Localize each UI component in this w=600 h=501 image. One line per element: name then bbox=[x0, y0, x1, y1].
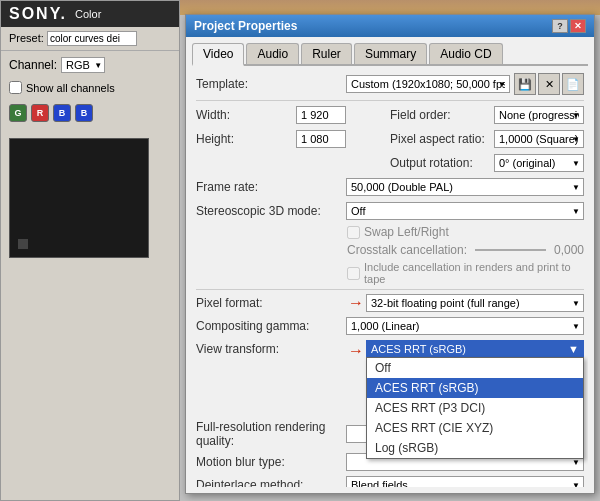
pixelasp-col: Pixel aspect ratio: 1,0000 (Square) bbox=[390, 130, 584, 148]
vt-item-aces-srgb[interactable]: ACES RRT (sRGB) bbox=[367, 378, 583, 398]
field-order-select-wrapper[interactable]: None (progressive scan) bbox=[494, 106, 584, 124]
channel-row: Channel: RGB bbox=[1, 51, 179, 79]
view-transform-arrow-icon: ▼ bbox=[568, 343, 579, 355]
titlebar-controls: ? ✕ bbox=[552, 19, 586, 33]
deinterlace-select[interactable]: Blend fields bbox=[346, 476, 584, 487]
tab-bar: Video Audio Ruler Summary Audio CD bbox=[192, 43, 588, 66]
red-icon[interactable]: R bbox=[31, 104, 49, 122]
output-rotation-select[interactable]: 0° (original) bbox=[494, 154, 584, 172]
fieldorder-col: Field order: None (progressive scan) bbox=[390, 106, 584, 124]
color-tab-label: Color bbox=[75, 8, 101, 20]
template-export-icon[interactable]: 📄 bbox=[562, 73, 584, 95]
swap-label: Swap Left/Right bbox=[364, 225, 449, 239]
output-rotation-left bbox=[196, 154, 390, 172]
template-select-wrapper[interactable]: Custom (1920x1080; 50,000 fps) bbox=[346, 75, 510, 93]
pixel-format-select[interactable]: 32-bit floating point (full range) bbox=[366, 294, 584, 312]
crosstalk-slider[interactable] bbox=[475, 249, 546, 251]
tab-video[interactable]: Video bbox=[192, 43, 244, 66]
frame-rate-row: Frame rate: 50,000 (Double PAL) bbox=[192, 175, 588, 199]
pixel-format-row: Pixel format: → 32-bit floating point (f… bbox=[192, 292, 588, 314]
channel-label: Channel: bbox=[9, 58, 57, 72]
output-rotation-row: Output rotation: 0° (original) bbox=[192, 151, 588, 175]
height-label: Height: bbox=[196, 132, 296, 146]
blue2-icon[interactable]: B bbox=[75, 104, 93, 122]
pixel-format-select-wrapper[interactable]: 32-bit floating point (full range) bbox=[366, 294, 584, 312]
channel-select[interactable]: RGB bbox=[61, 57, 105, 73]
deinterlace-select-wrapper[interactable]: Blend fields bbox=[346, 476, 584, 487]
width-col: Width: bbox=[196, 106, 390, 124]
output-rotation-label: Output rotation: bbox=[390, 156, 490, 170]
view-transform-row: View transform: → ACES RRT (sRGB) ▼ Off … bbox=[192, 338, 588, 362]
divider-2 bbox=[196, 289, 584, 290]
vt-item-aces-xyz[interactable]: ACES RRT (CIE XYZ) bbox=[367, 418, 583, 438]
crosstalk-label: Crosstalk cancellation: bbox=[347, 243, 467, 257]
crosstalk-row: Crosstalk cancellation: 0,000 bbox=[192, 241, 588, 259]
pixel-aspect-select-wrapper[interactable]: 1,0000 (Square) bbox=[494, 130, 584, 148]
view-transform-label: View transform: bbox=[196, 340, 346, 356]
template-save-icon[interactable]: 💾 bbox=[514, 73, 536, 95]
field-order-select[interactable]: None (progressive scan) bbox=[494, 106, 584, 124]
view-transform-arrow: → bbox=[348, 340, 364, 360]
swap-checkbox[interactable] bbox=[347, 226, 360, 239]
sony-header: SONY. Color bbox=[1, 1, 179, 27]
divider-1 bbox=[196, 100, 584, 101]
include-label: Include cancellation in renders and prin… bbox=[364, 261, 584, 285]
tab-audio[interactable]: Audio bbox=[246, 43, 299, 64]
show-all-label: Show all channels bbox=[26, 82, 115, 94]
blue-icon[interactable]: B bbox=[53, 104, 71, 122]
width-fieldorder-row: Width: Field order: None (progressive sc… bbox=[192, 103, 588, 127]
template-delete-icon[interactable]: ✕ bbox=[538, 73, 560, 95]
tab-audiocd[interactable]: Audio CD bbox=[429, 43, 502, 64]
height-pixelasp-row: Height: Pixel aspect ratio: 1,0000 (Squa… bbox=[192, 127, 588, 151]
compositing-gamma-label: Compositing gamma: bbox=[196, 319, 346, 333]
show-all-checkbox[interactable] bbox=[9, 81, 22, 94]
motion-blur-label: Motion blur type: bbox=[196, 455, 346, 469]
frame-rate-label: Frame rate: bbox=[196, 180, 346, 194]
stereo-row: Stereoscopic 3D mode: Off bbox=[192, 199, 588, 223]
stereo-select-wrapper[interactable]: Off bbox=[346, 202, 584, 220]
tab-summary[interactable]: Summary bbox=[354, 43, 427, 64]
bg-image-top bbox=[180, 0, 600, 15]
tab-ruler[interactable]: Ruler bbox=[301, 43, 352, 64]
pixel-aspect-label: Pixel aspect ratio: bbox=[390, 132, 490, 146]
close-button[interactable]: ✕ bbox=[570, 19, 586, 33]
dialog-titlebar: Project Properties ? ✕ bbox=[186, 15, 594, 37]
view-transform-dropdown: Off ACES RRT (sRGB) ACES RRT (P3 DCI) AC… bbox=[366, 357, 584, 459]
rendering-quality-label: Full-resolution rendering quality: bbox=[196, 420, 346, 448]
compositing-gamma-select-wrapper[interactable]: 1,000 (Linear) bbox=[346, 317, 584, 335]
include-row: Include cancellation in renders and prin… bbox=[192, 259, 588, 287]
dialog-content: Video Audio Ruler Summary Audio CD Templ… bbox=[186, 37, 594, 493]
view-transform-value: ACES RRT (sRGB) bbox=[371, 343, 466, 355]
compositing-gamma-select[interactable]: 1,000 (Linear) bbox=[346, 317, 584, 335]
sony-logo: SONY. bbox=[9, 5, 67, 23]
vt-item-log[interactable]: Log (sRGB) bbox=[367, 438, 583, 458]
height-input[interactable] bbox=[296, 130, 346, 148]
width-label: Width: bbox=[196, 108, 296, 122]
channel-select-wrapper[interactable]: RGB bbox=[61, 57, 105, 73]
width-input[interactable] bbox=[296, 106, 346, 124]
preset-input[interactable] bbox=[47, 31, 137, 46]
dialog-title: Project Properties bbox=[194, 19, 297, 33]
output-rotation-select-wrapper[interactable]: 0° (original) bbox=[494, 154, 584, 172]
view-transform-selected[interactable]: ACES RRT (sRGB) ▼ bbox=[366, 340, 584, 357]
frame-rate-control: 50,000 (Double PAL) bbox=[346, 178, 584, 196]
compositing-gamma-control: 1,000 (Linear) bbox=[346, 317, 584, 335]
frame-rate-select[interactable]: 50,000 (Double PAL) bbox=[346, 178, 584, 196]
vt-item-aces-p3[interactable]: ACES RRT (P3 DCI) bbox=[367, 398, 583, 418]
field-order-label: Field order: bbox=[390, 108, 490, 122]
view-transform-select-area[interactable]: ACES RRT (sRGB) ▼ Off ACES RRT (sRGB) AC… bbox=[366, 340, 584, 357]
frame-rate-select-wrapper[interactable]: 50,000 (Double PAL) bbox=[346, 178, 584, 196]
height-col: Height: bbox=[196, 130, 390, 148]
stereo-select[interactable]: Off bbox=[346, 202, 584, 220]
stereo-control: Off bbox=[346, 202, 584, 220]
output-rotation-col: Output rotation: 0° (original) bbox=[390, 154, 584, 172]
include-checkbox[interactable] bbox=[347, 267, 360, 280]
help-button[interactable]: ? bbox=[552, 19, 568, 33]
template-select[interactable]: Custom (1920x1080; 50,000 fps) bbox=[346, 75, 510, 93]
compositing-gamma-row: Compositing gamma: 1,000 (Linear) bbox=[192, 314, 588, 338]
form-area: Template: Custom (1920x1080; 50,000 fps)… bbox=[192, 70, 588, 487]
green-icon[interactable]: G bbox=[9, 104, 27, 122]
vt-item-off[interactable]: Off bbox=[367, 358, 583, 378]
pixel-format-arrow: → bbox=[348, 294, 364, 312]
pixel-aspect-select[interactable]: 1,0000 (Square) bbox=[494, 130, 584, 148]
